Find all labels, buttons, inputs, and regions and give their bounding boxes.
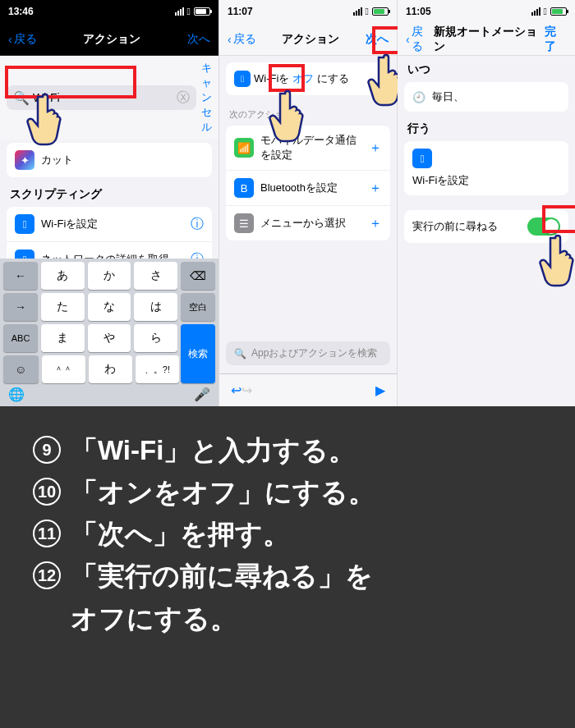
kana-key[interactable]: さ [134,262,177,290]
info-icon[interactable]: ⓘ [191,216,204,233]
clear-icon[interactable]: ⓧ [177,89,190,107]
backspace-key[interactable]: ⌫ [181,262,215,290]
list-item[interactable]: 􀙇 Wi-Fiを設定 ⓘ [7,207,212,242]
bluetooth-icon: B [234,178,254,198]
phone-screen-3: 11:05 􀙇 ‹ 戻る 新規オートメーション 完了 いつ 🕘 毎日、 行う 􀙇… [398,0,575,406]
step-text: オフにする。 [71,598,237,639]
wifi-icon: 􀙇 [187,6,191,17]
step-text: 「次へ」を押す。 [71,513,290,555]
back-button[interactable]: ‹ 戻る [406,25,434,54]
undo-icon[interactable]: ↩ [231,382,242,398]
done-button[interactable]: 完了 [545,25,567,54]
redo-icon[interactable]: ↪ [242,382,252,398]
phone-screen-1: 13:46 􀙇 ‹ 戻る アクション 次へ 🔍 ⓧ キャンセル ✦ カット [0,0,219,406]
search-field[interactable]: 🔍 ⓧ [7,85,196,110]
phone-screen-2: 11:07 􀙇 ‹ 戻る アクション 次へ 􀙇 Wi-Fiを オフ にする 次の… [219,0,398,406]
nav-bar: ‹ 戻る 新規オートメーション 完了 [398,23,575,56]
kana-key[interactable]: な [88,293,131,321]
search-input[interactable] [33,91,177,104]
battery-icon [372,7,389,16]
step-number: 11 [33,520,61,547]
nav-title: アクション [83,32,140,47]
add-icon[interactable]: ＋ [369,140,382,157]
action-chip[interactable]: 􀙇 Wi-Fiを オフ にする [226,62,390,95]
wifi-icon: 􀙇 [544,6,547,17]
status-bar: 11:07 􀙇 [219,0,397,23]
clock: 11:05 [406,6,431,17]
instructions-panel: 9「Wi-Fi」と入力する。 10「オンをオフ」にする。 11「次へ」を押す。 … [0,406,575,728]
kana-key[interactable]: は [134,293,177,321]
add-icon[interactable]: ＋ [369,215,382,232]
emoji-key[interactable]: ☺ [3,355,39,383]
search-row: 🔍 ⓧ キャンセル [0,56,218,140]
list-item[interactable]: ✦ カット [7,143,212,177]
back-button[interactable]: ‹ 戻る [8,32,37,47]
kana-key[interactable]: た [41,293,85,321]
step-text: 「Wi-Fi」と入力する。 [71,429,356,471]
search-icon: 🔍 [234,348,246,359]
kana-key[interactable]: ま [41,324,85,352]
ask-toggle[interactable] [527,217,560,236]
space-key[interactable]: 空白 [181,293,215,321]
wifi-icon: 􀙇 [234,71,251,87]
step-text: 「オンをオフ」にする。 [71,471,375,513]
search-icon: 🔍 [13,90,30,106]
nav-title: アクション [282,32,339,47]
kana-key[interactable]: や [88,324,131,352]
step-number: 12 [33,561,61,589]
back-button[interactable]: ‹ 戻る [228,32,256,47]
status-bar: 13:46 􀙇 [0,0,218,23]
list-item[interactable]: ☰ メニューから選択 ＋ [226,206,390,240]
play-icon[interactable]: ▶ [375,382,385,398]
clock: 13:46 [8,6,34,17]
clock-icon: 🕘 [412,91,426,103]
search-key[interactable]: 検索 [181,324,215,383]
kana-key[interactable]: ら [134,324,177,352]
next-button[interactable]: 次へ [187,32,210,47]
cancel-button[interactable]: キャンセル [201,61,212,135]
kana-key[interactable]: ＾＾ [42,355,85,383]
nav-bar: ‹ 戻る アクション 次へ [0,23,218,56]
key-arrow-right[interactable]: → [3,293,38,321]
shortcuts-list: ✦ カット [7,143,212,177]
nav-bar: ‹ 戻る アクション 次へ [219,23,397,56]
wifi-icon: 􀙇 [15,214,34,234]
mic-icon[interactable]: 🎤 [194,387,210,402]
add-icon[interactable]: ＋ [369,180,382,197]
signal-icon [175,7,184,16]
ask-before-run-row: 実行の前に尋ねる [404,210,568,243]
list-item[interactable]: 􀙇 Wi-Fiを設定 [404,141,568,195]
battery-icon [550,7,567,16]
signal-icon [353,7,362,16]
shortcuts-icon: ✦ [15,150,34,170]
do-list: 􀙇 Wi-Fiを設定 [404,141,568,195]
cellular-icon: 📶 [234,138,254,158]
step-number: 9 [33,436,61,464]
list-item[interactable]: B Bluetoothを設定 ＋ [226,171,390,206]
search-field[interactable]: 🔍 Appおよびアクションを検索 [226,341,390,365]
kana-key[interactable]: あ [41,262,85,290]
clock: 11:07 [228,6,253,17]
keyboard[interactable]: ← あ か さ ⌫ → た な は 空白 ABC ま や ら 検索 ☺ [0,259,218,406]
abc-key[interactable]: ABC [3,324,38,352]
section-header: スクリプティング [0,181,218,204]
step-number: 10 [33,478,61,506]
next-button[interactable]: 次へ [366,32,389,47]
kana-key[interactable]: わ [89,355,132,383]
list-item[interactable]: 📶 モバイルデータ通信を設定 ＋ [226,126,390,171]
step-text: 「実行の前に尋ねる」を [71,555,373,597]
list-item[interactable]: 🕘 毎日、 [404,82,568,112]
kana-key[interactable]: か [88,262,131,290]
section-header: 次のアクション [219,102,397,122]
globe-icon[interactable]: 🌐 [8,387,25,402]
wifi-icon: 􀙇 [366,6,369,17]
section-header: 行う [398,115,575,138]
battery-icon [194,7,210,16]
status-bar: 11:05 􀙇 [398,0,575,23]
kana-key[interactable]: 、。?! [136,355,179,383]
when-list: 🕘 毎日、 [404,82,568,112]
section-header: いつ [398,56,575,79]
toggle-value[interactable]: オフ [292,71,314,86]
key-arrow-left[interactable]: ← [3,262,38,290]
menu-icon: ☰ [234,213,254,233]
